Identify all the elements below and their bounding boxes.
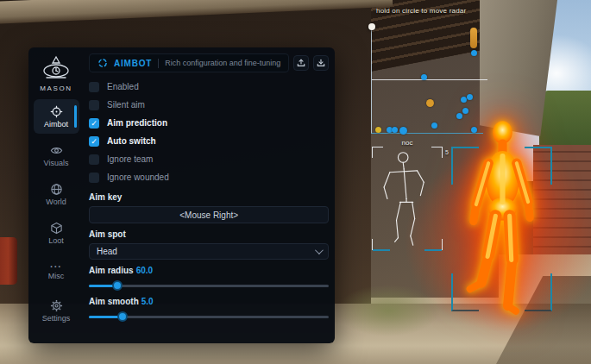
- crosshair-icon: [50, 105, 63, 118]
- tab-title: AIMBOT: [114, 59, 152, 68]
- slider-value: 5.0: [141, 297, 154, 306]
- aim-key-button[interactable]: <Mouse Right>: [89, 206, 329, 223]
- radar-axis-line: [372, 79, 487, 80]
- sidebar-item-label: Misc: [48, 272, 65, 280]
- bracket-corner-icon: [372, 147, 383, 158]
- sidebar-item-label: Aimbot: [44, 120, 68, 129]
- aim-radius-slider[interactable]: [89, 280, 329, 291]
- aim-radius-label: Aim radius60.0: [89, 266, 329, 275]
- toggle-aim-prediction[interactable]: ✓ Aim prediction: [89, 114, 329, 132]
- sidebar-item-settings[interactable]: Settings: [34, 293, 79, 328]
- cube-icon: [50, 222, 63, 235]
- import-config-button[interactable]: [313, 55, 329, 71]
- sidebar-item-label: Settings: [42, 314, 71, 323]
- brand-name: MASON: [40, 85, 72, 92]
- radar-enemy-dot: [421, 74, 427, 80]
- bracket-corner-icon: [525, 273, 552, 311]
- mason-logo-icon: [41, 55, 72, 83]
- radar-enemy-dot: [431, 122, 437, 129]
- target-name-label: noc: [372, 139, 443, 147]
- radar-item-dot: [426, 99, 434, 107]
- crosshair-icon: [97, 58, 108, 68]
- toggle-label: Enabled: [107, 82, 139, 91]
- toggle-ignore-team[interactable]: ✓ Ignore team: [89, 150, 329, 168]
- sidebar-item-visuals[interactable]: Visuals: [34, 138, 79, 173]
- toggle-ignore-wounded[interactable]: ✓ Ignore wounded: [89, 168, 329, 186]
- game-screen: hold on circle to move radar noc 5: [0, 0, 591, 364]
- toggle-label: Ignore wounded: [107, 173, 169, 182]
- sidebar-item-label: World: [46, 198, 66, 206]
- toggle-label: Auto switch: [107, 136, 156, 146]
- toggle-auto-switch[interactable]: ✓ Auto switch: [89, 132, 329, 150]
- divider: [158, 59, 159, 68]
- aim-spot-select[interactable]: Head: [89, 243, 329, 260]
- radar-item-marker: [470, 28, 477, 48]
- radar-hint-text: hold on circle to move radar: [376, 7, 466, 15]
- radar-drag-handle[interactable]: [368, 23, 375, 30]
- slider-thumb[interactable]: [112, 280, 123, 291]
- bracket-corner-icon: [451, 273, 479, 311]
- slider-value: 60.0: [136, 266, 153, 275]
- slider-label: Aim radius: [89, 266, 134, 275]
- globe-icon: [50, 183, 63, 196]
- toggle-label: Aim prediction: [107, 118, 167, 128]
- sidebar-nav: Aimbot Visuals World: [28, 99, 84, 332]
- download-icon: [317, 59, 325, 67]
- tab-title-bar: AIMBOT Rich configuration and fine-tunin…: [89, 53, 289, 72]
- sidebar-item-loot[interactable]: Loot: [34, 216, 79, 250]
- radar-self-dot: [375, 127, 381, 133]
- sidebar-item-world[interactable]: World: [34, 177, 79, 211]
- sidebar: MASON Aimbot Visuals: [28, 47, 84, 343]
- cheat-menu-panel: MASON Aimbot Visuals: [28, 47, 335, 343]
- toggle-label: Ignore team: [107, 154, 153, 164]
- aim-spot-value: Head: [97, 247, 117, 256]
- aim-smooth-slider[interactable]: [89, 311, 329, 322]
- aim-spot-label: Aim spot: [89, 229, 329, 239]
- radar-enemy-dot: [471, 127, 477, 133]
- bracket-corner-icon: [431, 147, 443, 158]
- radar-enemy-dot: [399, 127, 407, 135]
- radar-widget[interactable]: [371, 27, 483, 134]
- eye-icon: [50, 144, 63, 157]
- toggle-enabled[interactable]: ✓ Enabled: [89, 78, 329, 96]
- gear-icon: [50, 299, 63, 312]
- radar-enemy-dot: [462, 108, 468, 114]
- checkbox-icon: ✓: [89, 173, 99, 183]
- checkbox-icon: ✓: [89, 136, 99, 147]
- radar-enemy-dot: [392, 127, 398, 133]
- chevron-down-icon: [315, 246, 324, 254]
- toggle-silent-aim[interactable]: ✓ Silent aim: [89, 96, 329, 114]
- panel-content: AIMBOT Rich configuration and fine-tunin…: [84, 47, 339, 343]
- upload-icon: [297, 59, 305, 67]
- bracket-corner-icon: [525, 147, 552, 185]
- tab-subtitle: Rich configuration and fine-tuning: [165, 59, 280, 67]
- skeleton-esp-box: noc 5: [372, 147, 443, 250]
- checkbox-icon: ✓: [89, 100, 99, 110]
- radar-enemy-dot: [461, 97, 467, 103]
- ellipsis-icon: ···: [50, 263, 62, 270]
- skeleton-esp-figure: [372, 147, 443, 250]
- checkbox-icon: ✓: [89, 82, 99, 92]
- health-bar-segment: [373, 249, 390, 251]
- slider-thumb[interactable]: [117, 311, 128, 322]
- radar-enemy-dot: [456, 113, 462, 119]
- radar-enemy-dot: [471, 50, 477, 56]
- panel-header: AIMBOT Rich configuration and fine-tunin…: [89, 53, 329, 72]
- aim-key-label: Aim key: [89, 192, 329, 202]
- export-config-button[interactable]: [293, 55, 309, 71]
- slider-label: Aim smooth: [89, 297, 139, 306]
- sidebar-item-aimbot[interactable]: Aimbot: [34, 99, 79, 134]
- checkbox-icon: ✓: [89, 118, 99, 129]
- sidebar-item-label: Visuals: [44, 159, 69, 167]
- sidebar-item-misc[interactable]: ··· Misc: [34, 254, 79, 289]
- slider-track[interactable]: [89, 285, 329, 287]
- bg-red-barrel: [0, 237, 17, 285]
- checkbox-icon: ✓: [89, 154, 99, 165]
- health-bar-segment: [424, 249, 442, 251]
- target-distance-label: 5: [445, 149, 449, 155]
- radar-enemy-dot: [467, 94, 473, 100]
- toggle-label: Silent aim: [107, 100, 145, 110]
- bracket-corner-icon: [451, 147, 479, 185]
- sidebar-item-label: Loot: [48, 236, 64, 245]
- aim-smooth-label: Aim smooth5.0: [89, 297, 329, 306]
